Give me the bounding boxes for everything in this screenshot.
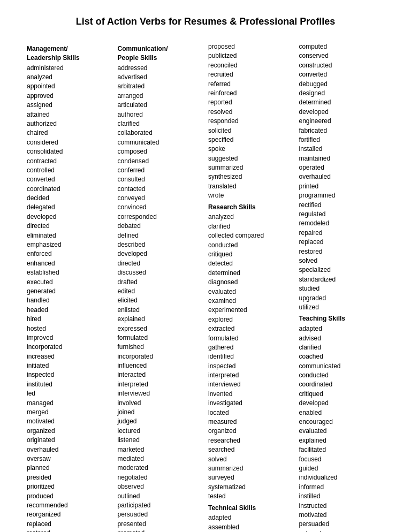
word-3-2-22: located (208, 408, 294, 417)
word-3-1-8: resolved (208, 108, 294, 117)
word-2-2-31: furnished (118, 343, 203, 352)
word-2-2-39: judged (118, 417, 203, 426)
word-2-2-40: lectured (118, 427, 203, 436)
word-1-1-3: appointed (27, 82, 112, 91)
word-4-2-10: enabled (299, 408, 385, 417)
word-4-2-13: explained (299, 436, 385, 445)
word-2-2-41: listened (118, 436, 203, 445)
word-1-1-50: replaced (27, 520, 112, 529)
word-2-2-15: conveyed (118, 194, 203, 203)
word-4-2-5: communicated (299, 362, 385, 371)
word-4-1-8: developed (299, 108, 385, 117)
word-4-2-2: advised (299, 334, 385, 343)
word-1-1-18: directed (27, 222, 112, 231)
word-4-1-29: utilized (299, 303, 385, 312)
word-3-2-19: interviewed (208, 380, 294, 389)
word-3-3-2: assembled (208, 523, 294, 532)
word-4-1-13: maintained (299, 154, 385, 163)
word-3-2-25: researched (208, 436, 294, 445)
word-3-2-23: measured (208, 417, 294, 427)
word-3-1-4: recruited (208, 70, 294, 79)
word-4-1-20: remodeled (299, 219, 385, 228)
word-4-2-17: individualized (299, 473, 385, 482)
word-1-1-1: administered (27, 64, 112, 73)
word-1-1-26: handled (27, 296, 112, 305)
word-1-1-6: attained (27, 110, 112, 119)
section-header-3-3: Technical Skills (208, 504, 294, 513)
word-2-2-5: articulated (118, 101, 203, 110)
word-3-2-6: detected (208, 259, 294, 268)
word-1-1-33: initiated (27, 361, 112, 370)
word-3-2-7: determined (208, 269, 294, 278)
word-1-1-40: organized (27, 427, 112, 436)
word-4-2-8: critiqued (299, 390, 385, 399)
word-3-1-14: summarized (208, 163, 294, 172)
word-1-1-41: originated (27, 436, 112, 445)
word-2-2-19: defined (118, 231, 203, 240)
word-3-1-10: solicited (208, 126, 294, 135)
word-4-2-3: clarified (299, 343, 385, 352)
word-3-1-1: proposed (208, 42, 294, 51)
word-2-2-43: mediated (118, 454, 203, 463)
word-2-2-37: involved (118, 399, 203, 408)
word-2-2-14: contacted (118, 185, 203, 194)
column-1: Management/ Leadership Skillsadministere… (27, 42, 112, 532)
word-4-2-6: conducted (299, 371, 385, 380)
word-1-1-39: motivated (27, 417, 112, 426)
word-4-1-22: replaced (299, 238, 385, 247)
word-1-1-22: enhanced (27, 259, 112, 268)
word-1-1-34: inspected (27, 370, 112, 379)
word-2-2-49: persuaded (118, 510, 203, 519)
word-3-2-8: diagnosed (208, 278, 294, 287)
word-3-2-5: critiqued (208, 250, 294, 259)
word-3-2-21: investigated (208, 399, 294, 408)
word-4-1-21: repaired (299, 229, 385, 238)
word-1-1-10: consolidated (27, 147, 112, 156)
word-2-2-44: moderated (118, 463, 203, 473)
word-3-2-18: interpreted (208, 371, 294, 380)
word-2-2-13: consulted (118, 175, 203, 184)
word-4-1-2: conserved (299, 51, 385, 60)
word-4-1-5: debugged (299, 80, 385, 89)
word-3-2-17: inspected (208, 362, 294, 371)
word-2-2-51: promoted (118, 529, 203, 532)
word-3-2-31: tested (208, 492, 294, 501)
column-4: computedconservedconstructedconverteddeb… (299, 42, 385, 532)
word-1-1-7: authorized (27, 119, 112, 128)
word-1-1-23: established (27, 268, 112, 277)
word-3-2-10: examined (208, 297, 294, 306)
word-3-2-4: conducted (208, 241, 294, 250)
word-1-1-36: led (27, 389, 112, 398)
word-2-2-45: negotiated (118, 473, 203, 482)
word-3-2-16: identified (208, 352, 294, 361)
word-1-1-2: analyzed (27, 73, 112, 82)
word-3-2-9: evaluated (208, 287, 294, 297)
word-3-1-11: specified (208, 135, 294, 145)
word-1-1-27: headed (27, 306, 112, 315)
word-1-1-5: assigned (27, 101, 112, 110)
word-4-2-7: coordinated (299, 380, 385, 389)
section-header-4-2: Teaching Skills (299, 314, 385, 323)
word-1-1-44: planned (27, 463, 112, 473)
word-1-1-4: approved (27, 92, 112, 101)
word-3-2-3: collected compared (208, 231, 294, 240)
page-title: List of Action Verbs for Resumes & Profe… (27, 16, 384, 27)
column-3: proposedpublicizedreconciledrecruitedref… (208, 42, 294, 532)
word-4-2-20: instructed (299, 501, 385, 511)
word-3-1-3: reconciled (208, 61, 294, 70)
word-4-1-12: installed (299, 145, 385, 154)
word-1-1-20: emphasized (27, 240, 112, 249)
word-1-1-12: controlled (27, 166, 112, 175)
word-4-1-14: operated (299, 163, 385, 172)
word-2-2-12: conferred (118, 166, 203, 175)
word-4-1-9: engineered (299, 117, 385, 126)
word-3-2-26: searched (208, 445, 294, 454)
word-4-2-23: set goals (299, 529, 385, 532)
word-4-1-3: constructed (299, 61, 385, 70)
word-2-2-46: observed (118, 482, 203, 491)
word-2-2-34: interacted (118, 370, 203, 379)
word-2-2-26: elicited (118, 296, 203, 305)
word-4-1-17: programmed (299, 191, 385, 200)
word-3-2-11: experimented (208, 306, 294, 315)
word-1-1-29: hosted (27, 324, 112, 333)
